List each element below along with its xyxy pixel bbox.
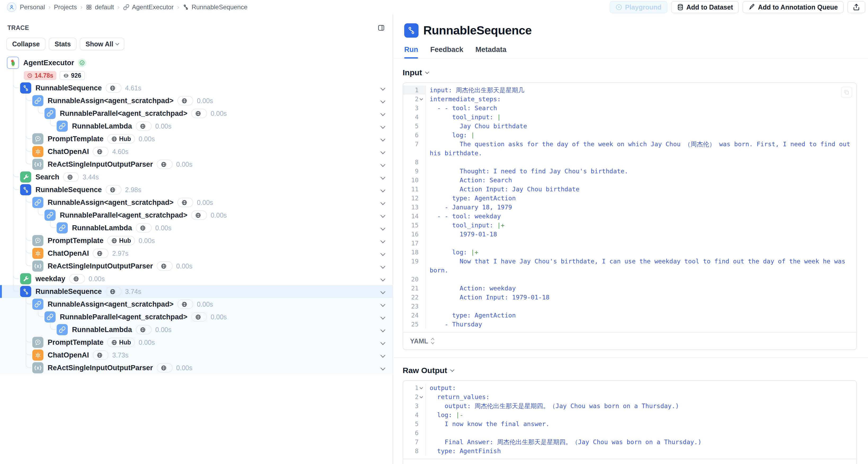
- format-selector[interactable]: YAML: [403, 332, 856, 350]
- breadcrumb-personal[interactable]: Personal: [20, 3, 45, 11]
- link-icon: [44, 108, 56, 119]
- chevron-down-icon[interactable]: [380, 149, 385, 154]
- chevron-down-icon[interactable]: [380, 366, 385, 370]
- globe-icon: [161, 365, 167, 371]
- add-to-annotation-queue-button[interactable]: Add to Annotation Queue: [743, 1, 844, 13]
- tree-row-search[interactable]: Search 3.44s: [0, 171, 393, 183]
- chevron-down-icon[interactable]: [380, 124, 385, 128]
- input-section-header[interactable]: Input: [403, 68, 868, 77]
- code-text: Thought: I need to find Jay Chou's birth…: [426, 167, 856, 176]
- add-to-dataset-button[interactable]: Add to Dataset: [671, 1, 739, 13]
- line-gutter: 13: [403, 203, 426, 212]
- format-selector[interactable]: YAML: [403, 459, 856, 464]
- chevron-down-icon[interactable]: [380, 353, 385, 357]
- chevron-down-icon[interactable]: [380, 264, 385, 268]
- chevron-down-icon[interactable]: [380, 187, 385, 192]
- tree-guide: [26, 222, 26, 234]
- code-line: 10 Action: Search: [403, 176, 856, 185]
- tree-row-runnablesequence[interactable]: RunnableSequence 4.61s: [0, 82, 393, 94]
- chevron-down-icon[interactable]: [380, 238, 385, 243]
- tree-row-runnableassign-agent-scratchpad-[interactable]: RunnableAssign<agent_scratchpad> 0.00s: [0, 196, 393, 209]
- show-all-dropdown[interactable]: Show All: [80, 38, 124, 50]
- chevron-down-icon[interactable]: [380, 340, 385, 345]
- globe-icon: [195, 212, 201, 219]
- tree-row-reactsingleinputoutputparser[interactable]: {x} ReActSingleInputOutputParser 0.00s: [0, 158, 393, 171]
- fold-chevron-icon[interactable]: [420, 386, 423, 389]
- chevron-down-icon[interactable]: [380, 289, 385, 294]
- input-code-block: 1 input: 周杰伦出生那天是星期几 2 intermediate_step…: [403, 82, 857, 350]
- stats-label: Stats: [55, 40, 71, 48]
- chevron-down-icon[interactable]: [380, 111, 385, 116]
- line-number: 1: [415, 86, 418, 95]
- fold-chevron-icon[interactable]: [420, 395, 423, 398]
- chevron-down-icon[interactable]: [380, 277, 385, 281]
- chevron-down-icon[interactable]: [380, 137, 385, 141]
- copy-button[interactable]: [841, 87, 852, 98]
- chevron-down-icon: [450, 368, 455, 372]
- tree-row-chatopenai[interactable]: ChatOpenAI 2.97s: [0, 247, 393, 260]
- chevron-down-icon[interactable]: [380, 200, 385, 205]
- code-line: 4 log: |-: [403, 410, 856, 419]
- tree-row-runnablelambda[interactable]: RunnableLambda 0.00s: [0, 120, 393, 133]
- code-line: 8: [403, 158, 856, 167]
- line-gutter: 21: [403, 284, 426, 293]
- tree-row-prompttemplate[interactable]: PromptTemplate Hub 0.00s: [0, 234, 393, 247]
- tree-row-runnableassign-agent-scratchpad-[interactable]: RunnableAssign<agent_scratchpad> 0.00s: [0, 94, 393, 107]
- tree-row-chatopenai[interactable]: ChatOpenAI 3.73s: [0, 349, 393, 361]
- chevron-down-icon[interactable]: [380, 327, 385, 332]
- tree-row-chatopenai[interactable]: ChatOpenAI 4.60s: [0, 145, 393, 158]
- tree-row-runnablelambda[interactable]: RunnableLambda 0.00s: [0, 323, 393, 336]
- tree-row-runnablesequence[interactable]: RunnableSequence 2.98s: [0, 183, 393, 196]
- code-text: Final Answer: 周杰伦出生那天是星期四。（Jay Chou was …: [426, 437, 856, 446]
- tab-feedback[interactable]: Feedback: [430, 46, 463, 58]
- share-button[interactable]: [847, 1, 865, 13]
- chevron-down-icon[interactable]: [380, 302, 385, 307]
- tab-metadata[interactable]: Metadata: [475, 46, 506, 58]
- tree-row-reactsingleinputoutputparser[interactable]: {x} ReActSingleInputOutputParser 0.00s: [0, 361, 393, 374]
- chevron-down-icon[interactable]: [380, 98, 385, 103]
- code-line: 25 - Thursday: [403, 320, 856, 329]
- code-line: 24 type: AgentAction: [403, 311, 856, 320]
- breadcrumb-agentexecutor[interactable]: AgentExecutor: [123, 3, 174, 11]
- tree-row-label: RunnableAssign<agent_scratchpad>: [48, 199, 174, 207]
- tree-row-runnableparallel-agent-scratchpad-[interactable]: RunnableParallel<agent_scratchpad> 0.00s: [0, 311, 393, 323]
- chevron-down-icon[interactable]: [380, 251, 385, 256]
- tab-run[interactable]: Run: [404, 46, 418, 58]
- user-avatar[interactable]: [7, 2, 17, 12]
- tree-row-runnablesequence[interactable]: RunnableSequence 3.74s: [0, 285, 393, 298]
- chevron-down-icon[interactable]: [380, 226, 385, 230]
- tree-row-reactsingleinputoutputparser[interactable]: {x} ReActSingleInputOutputParser 0.00s: [0, 260, 393, 272]
- breadcrumb-label: default: [95, 3, 114, 11]
- tree-row-prompttemplate[interactable]: PromptTemplate Hub 0.00s: [0, 336, 393, 349]
- sequence-icon: [20, 286, 31, 297]
- tree-row-runnableparallel-agent-scratchpad-[interactable]: RunnableParallel<agent_scratchpad> 0.00s: [0, 107, 393, 120]
- code-line: 16 1979-01-18: [403, 230, 856, 239]
- chevron-down-icon[interactable]: [380, 315, 385, 319]
- code-text: Action Input: Jay Chou birthdate: [426, 185, 856, 194]
- breadcrumb-default[interactable]: default: [86, 3, 114, 11]
- tree-row-runnableparallel-agent-scratchpad-[interactable]: RunnableParallel<agent_scratchpad> 0.00s: [0, 209, 393, 222]
- parser-icon: {x}: [32, 159, 43, 170]
- globe-icon: [161, 162, 167, 168]
- chevron-down-icon[interactable]: [380, 162, 385, 167]
- collapse-panel-icon[interactable]: [377, 24, 385, 32]
- tree-row-weekday[interactable]: weekday 0.00s: [0, 272, 393, 285]
- breadcrumb-projects[interactable]: Projects: [54, 3, 77, 11]
- tree-row-runnableassign-agent-scratchpad-[interactable]: RunnableAssign<agent_scratchpad> 0.00s: [0, 298, 393, 311]
- line-number: 4: [415, 410, 418, 419]
- chevron-down-icon[interactable]: [380, 86, 385, 90]
- tree-row-prompttemplate[interactable]: PromptTemplate Hub 0.00s: [0, 133, 393, 145]
- tree-row-runnablelambda[interactable]: RunnableLambda 0.00s: [0, 222, 393, 234]
- fold-chevron-icon[interactable]: [420, 97, 423, 100]
- sort-toggle-icon: [432, 339, 434, 344]
- link-icon: [123, 4, 129, 10]
- collapse-button[interactable]: Collapse: [6, 38, 45, 50]
- stats-button[interactable]: Stats: [49, 38, 76, 50]
- chevron-down-icon[interactable]: [380, 213, 385, 218]
- chevron-down-icon[interactable]: [380, 175, 385, 179]
- tree-row-agentexecutor[interactable]: AgentExecutor: [0, 56, 393, 69]
- raw-output-section-header[interactable]: Raw Output: [403, 366, 868, 375]
- breadcrumb-runnablesequence[interactable]: RunnableSequence: [183, 3, 248, 11]
- runnable-sequence-icon: [404, 23, 418, 38]
- playground-button[interactable]: Playground: [610, 1, 668, 13]
